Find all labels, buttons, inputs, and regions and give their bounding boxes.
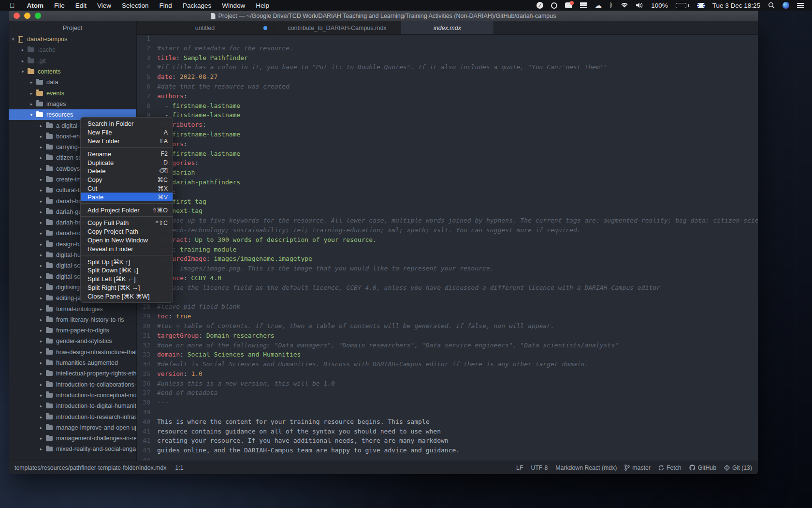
tab-untitled[interactable]: untitled [137, 21, 274, 34]
context-menu-item-new-folder[interactable]: New Folder⇧A [81, 137, 173, 146]
chevron-right-icon[interactable]: ▸ [39, 403, 44, 408]
chevron-right-icon[interactable]: ▸ [39, 274, 44, 279]
tree-item-events[interactable]: ▸events [9, 88, 136, 98]
chevron-right-icon[interactable]: ▸ [39, 188, 44, 193]
circle-icon[interactable] [547, 2, 561, 9]
chevron-right-icon[interactable]: ▸ [39, 393, 44, 398]
text-editor[interactable]: 1---2#start of metadata for the resource… [137, 35, 758, 461]
chevron-right-icon[interactable]: ▸ [39, 415, 44, 419]
menu-file[interactable]: File [49, 2, 70, 9]
editor-line[interactable]: 35version: 1.0 [137, 370, 758, 380]
chevron-right-icon[interactable]: ▸ [39, 371, 44, 376]
chevron-right-icon[interactable]: ▸ [39, 231, 44, 236]
chevron-right-icon[interactable]: ▸ [39, 166, 44, 171]
tab-index-mdx[interactable]: index.mdx [401, 21, 494, 34]
bluetooth-icon[interactable]: ᛒ [606, 2, 617, 9]
editor-line[interactable]: 14categories: [137, 159, 758, 169]
context-menu-item-copy-project-path[interactable]: Copy Project Path [81, 227, 173, 236]
chevron-right-icon[interactable]: ▸ [39, 447, 44, 451]
chevron-down-icon[interactable]: ▾ [29, 112, 34, 117]
chevron-right-icon[interactable]: ▸ [39, 177, 44, 182]
status-git-button[interactable]: Git (13) [724, 464, 752, 471]
editor-line[interactable]: 1--- [137, 35, 758, 45]
editor-line[interactable]: 8 - firstname-lastname [137, 102, 758, 112]
chevron-right-icon[interactable]: ▸ [39, 220, 44, 225]
tree-item-from-paper-to-digits[interactable]: ▸from-paper-to-digits [9, 325, 136, 336]
tree-item-dariah-campus[interactable]: ▾dariah-campus [9, 34, 136, 45]
editor-line[interactable]: 2#start of metadata for the resource. [137, 45, 758, 54]
menu-view[interactable]: View [92, 2, 116, 9]
chevron-down-icon[interactable]: ▾ [11, 37, 15, 42]
window-title-bar[interactable]: Project — ~/Google Drive/TCD Work/DARIAH… [9, 11, 758, 21]
context-menu-item-open-in-new-window[interactable]: Open in New Window [81, 236, 173, 245]
chevron-right-icon[interactable]: ▸ [39, 242, 44, 247]
editor-line[interactable]: 5date: 2022-08-27 [137, 73, 758, 83]
modified-indicator-icon[interactable] [263, 26, 267, 30]
chevron-right-icon[interactable]: ▸ [39, 317, 44, 322]
status-fetch-button[interactable]: Fetch [658, 464, 682, 471]
tree-item-how-design-infrastructure-that-co[interactable]: ▸how-design-infrastructure-that-co [9, 347, 136, 358]
context-menu-item-cut[interactable]: Cut⌘X [81, 184, 173, 193]
editor-line[interactable]: 33domain: Social Sciences and Humanities [137, 351, 758, 360]
editor-line[interactable]: 7authors: [137, 92, 758, 102]
close-window-button[interactable] [14, 13, 20, 19]
editor-line[interactable]: 18 - first-tag [137, 198, 758, 208]
chevron-right-icon[interactable]: ▸ [29, 91, 34, 96]
menu-help[interactable]: Help [250, 2, 275, 9]
editor-line[interactable]: 16 - dariah-pathfinders [137, 179, 758, 188]
status-grammar[interactable]: Markdown React (mdx) [555, 464, 617, 471]
menu-selection[interactable]: Selection [116, 2, 154, 9]
tree-item-introduction-to-digital-humanities[interactable]: ▸introduction-to-digital-humanities [9, 401, 136, 411]
menu-packages[interactable]: Packages [177, 2, 217, 9]
tree-item-introduction-to-research-infrastru[interactable]: ▸introduction-to-research-infrastru [9, 411, 136, 422]
context-menu-item-duplicate[interactable]: DuplicateD [81, 158, 173, 167]
status-cursor-position[interactable]: 1:1 [175, 464, 183, 471]
camera-record-icon[interactable] [561, 2, 576, 8]
editor-line[interactable]: 32#one or more of the following: "Data m… [137, 342, 758, 351]
editor-line[interactable]: 19 - next-tag [137, 207, 758, 217]
chevron-right-icon[interactable]: ▸ [39, 436, 44, 441]
tree-item-formal-ontologies[interactable]: ▸formal-ontologies [9, 303, 136, 314]
editor-line[interactable]: 43guides online, and the DARIAH-Campus t… [137, 447, 758, 456]
context-menu-item-add-project-folder[interactable]: Add Project Folder⇧⌘O [81, 206, 173, 214]
tree-item-humanities-augmented[interactable]: ▸humanities-augmented [9, 358, 136, 368]
chevron-right-icon[interactable]: ▸ [39, 155, 44, 160]
chevron-right-icon[interactable]: ▸ [29, 102, 34, 106]
context-menu-item-search-in-folder[interactable]: Search in Folder [81, 120, 173, 128]
apple-menu-icon[interactable]:  [0, 1, 22, 9]
tree-item-manage-improve-and-open-up-yo[interactable]: ▸manage-improve-and-open-up-yo [9, 422, 136, 433]
editor-line[interactable]: 44 [137, 456, 758, 461]
editor-line[interactable]: 15 - dariah [137, 169, 758, 179]
zoom-window-button[interactable] [35, 13, 41, 19]
tab-contribute-to-dariah-campus-mdx[interactable]: contribute_to_DARIAH-Campus.mdx [274, 21, 401, 34]
editor-line[interactable]: 31targetGroup: Domain researchers [137, 332, 758, 342]
chevron-down-icon[interactable]: ▾ [20, 69, 25, 74]
editor-line[interactable]: 11 - firstname-lastname [137, 131, 758, 140]
editor-line[interactable]: 17tags: [137, 188, 758, 198]
siri-icon[interactable] [779, 2, 793, 9]
context-menu-item-delete[interactable]: Delete⌫ [81, 167, 173, 176]
status-encoding[interactable]: UTF-8 [531, 464, 548, 471]
context-menu-item-close-pane-k-w[interactable]: Close Pane [⌘K ⌘W] [81, 292, 173, 300]
editor-line[interactable]: 4#if title has a colon in it, you have t… [137, 63, 758, 73]
chevron-right-icon[interactable]: ▸ [20, 59, 25, 63]
editor-line[interactable]: 34#default is Social Sciences and Humani… [137, 360, 758, 370]
chevron-right-icon[interactable]: ▸ [39, 134, 44, 139]
editor-line[interactable]: 10contributors: [137, 121, 758, 131]
context-menu-item-new-file[interactable]: New FileA [81, 128, 173, 137]
check-circle-icon[interactable]: ✓ [533, 2, 547, 9]
control-center-icon[interactable] [793, 3, 812, 8]
editor-line[interactable]: #speech-technology; sustainability; tei;… [137, 226, 758, 236]
tree-item-introduction-to-collaborations-in-[interactable]: ▸introduction-to-collaborations-in- [9, 379, 136, 390]
editor-line[interactable]: 6#date that the resource was created [137, 83, 758, 92]
chevron-right-icon[interactable]: ▸ [39, 328, 44, 333]
editor-line[interactable]: 12editors: [137, 140, 758, 150]
editor-line[interactable]: 24#e.g. images/image.png. This is the im… [137, 265, 758, 274]
tree-item-images[interactable]: ▸images [9, 99, 136, 109]
editor-line[interactable]: 13 - firstname-lastname [137, 150, 758, 160]
editor-line[interactable]: 22type: training module [137, 246, 758, 255]
menu-edit[interactable]: Edit [70, 2, 92, 9]
chevron-right-icon[interactable]: ▸ [29, 80, 34, 85]
context-menu-item-split-up-k[interactable]: Split Up [⌘K ↑] [81, 257, 173, 266]
chevron-right-icon[interactable]: ▸ [39, 296, 44, 300]
